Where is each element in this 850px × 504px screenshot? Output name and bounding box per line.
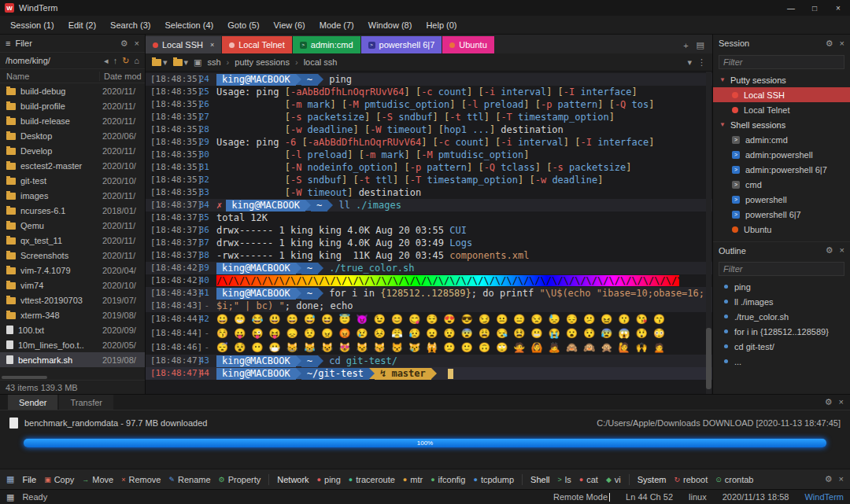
status-os[interactable]: linux	[689, 492, 707, 502]
menu-selection[interactable]: Selection (4)	[157, 16, 220, 34]
tool-move[interactable]: →Move	[82, 475, 113, 484]
session-item-cmd[interactable]: >cmd	[713, 177, 850, 192]
home-icon[interactable]: ⌂	[134, 56, 139, 65]
close-icon[interactable]: ×	[840, 245, 844, 256]
file-row-ncurses-6-1[interactable]: ncurses-6.12018/01/	[0, 203, 145, 218]
outline-item-ping[interactable]: ping	[713, 279, 850, 294]
horizontal-scrollbar[interactable]	[2, 376, 47, 379]
file-row-build-debug[interactable]: build-debug2020/11/	[0, 83, 145, 98]
session-item-local-telnet[interactable]: Local Telnet	[713, 102, 850, 117]
close-icon[interactable]: ×	[839, 397, 844, 407]
breadcrumb-item-putty-sessions[interactable]: putty sessions	[235, 57, 290, 67]
session-item-powershell[interactable]: >powershell	[713, 192, 850, 207]
menu-mode[interactable]: Mode (7)	[312, 16, 361, 34]
outline-item-ll-images[interactable]: ll ./images	[713, 294, 850, 309]
new-tab-icon[interactable]: +	[683, 41, 688, 50]
hamburger-icon[interactable]: ≡	[6, 39, 10, 48]
tab-powershell-6-7[interactable]: >powershell 6|7	[361, 36, 442, 53]
folder-open-icon[interactable]: ▾	[173, 57, 189, 68]
file-row-build-release[interactable]: build-release2020/11/	[0, 113, 145, 128]
file-row-git-test[interactable]: git-test2020/10/	[0, 173, 145, 188]
filer-path[interactable]: /home/king/	[6, 56, 99, 65]
file-row-100-txt[interactable]: 100.txt2020/09/	[0, 322, 145, 337]
outline-item-for-i-in-128512-128589[interactable]: for i in {128512..128589}	[713, 324, 850, 339]
file-row-vim74[interactable]: vim742020/10/	[0, 278, 145, 292]
tool-ls[interactable]: >ls	[558, 475, 571, 484]
close-icon[interactable]: ×	[839, 474, 844, 484]
file-row-vttest-20190703[interactable]: vttest-201907032019/07/	[0, 292, 145, 307]
tab-close-icon[interactable]: ×	[210, 41, 214, 49]
column-date-modified[interactable]: Date mod	[99, 72, 145, 81]
tab-local-telnet[interactable]: Local Telnet	[222, 36, 292, 53]
session-item-admin-powershell[interactable]: >admin:powershell	[713, 147, 850, 162]
gear-icon[interactable]: ⚙	[825, 474, 833, 484]
gear-icon[interactable]: ⚙	[120, 39, 128, 49]
expand-icon[interactable]: ▾	[687, 57, 692, 68]
menu-session[interactable]: Session (1)	[3, 16, 61, 34]
outline-item-[interactable]: ...	[713, 354, 850, 369]
tool-copy[interactable]: ▣Copy	[44, 475, 74, 484]
session-item-admin-cmd[interactable]: >admin:cmd	[713, 132, 850, 147]
tool-traceroute[interactable]: ●traceroute	[349, 475, 395, 484]
transfer-row[interactable]: benchmark_randomdata - 97.7 MB downloade…	[9, 418, 841, 429]
file-row-desktop[interactable]: Desktop2020/06/	[0, 128, 145, 143]
status-cursor-position[interactable]: Ln 44 Ch 52	[626, 492, 673, 502]
file-row-qemu[interactable]: Qemu2020/11/	[0, 218, 145, 233]
file-row-screenshots[interactable]: Screenshots2020/11/	[0, 248, 145, 263]
session-item-ubuntu[interactable]: Ubuntu	[713, 222, 850, 237]
tool-mtr[interactable]: ●mtr	[403, 475, 423, 484]
menu-help[interactable]: Help (0)	[419, 16, 464, 34]
refresh-icon[interactable]: ↻	[122, 56, 129, 66]
scrollbar-thumb[interactable]	[706, 328, 711, 389]
file-row-qx-test-11[interactable]: qx_test_112020/11/	[0, 233, 145, 248]
menu-window[interactable]: Window (8)	[361, 16, 419, 34]
tool-rename[interactable]: ✎Rename	[168, 475, 210, 484]
file-row-vim-7-4-1079[interactable]: vim-7.4.10792020/04/	[0, 263, 145, 278]
breadcrumb-item-local-ssh[interactable]: local ssh	[304, 57, 338, 67]
more-icon[interactable]: ⋮	[697, 57, 706, 68]
session-filter-input[interactable]	[719, 56, 844, 68]
up-icon[interactable]: ↑	[113, 56, 118, 65]
outline-item-true-color-sh[interactable]: ./true_color.sh	[713, 309, 850, 324]
tool-remove[interactable]: ×Remove	[121, 475, 161, 484]
file-row-xterm-348[interactable]: xterm-3482019/08/	[0, 307, 145, 322]
tool-reboot[interactable]: ↻reboot	[674, 475, 708, 484]
file-row-esctest2-master[interactable]: esctest2-master2020/10/	[0, 158, 145, 173]
session-item-admin-powershell-6-7[interactable]: >admin:powershell 6|7	[713, 162, 850, 177]
column-name[interactable]: Name	[0, 72, 99, 81]
session-item-powershell-6-7[interactable]: >powershell 6|7	[713, 207, 850, 222]
close-button[interactable]: ×	[826, 0, 850, 16]
tab-transfer[interactable]: Transfer	[59, 395, 113, 410]
tab-ubuntu[interactable]: Ubuntu	[442, 36, 493, 53]
grid-icon[interactable]: ▦	[6, 474, 14, 484]
gear-icon[interactable]: ⚙	[826, 39, 833, 49]
menu-edit[interactable]: Edit (2)	[61, 16, 103, 34]
file-row-10m-lines-foo-t[interactable]: 10m_lines_foo.t..2020/05/	[0, 337, 145, 352]
tab-local-ssh[interactable]: Local SSH×	[146, 36, 221, 53]
close-icon[interactable]: ×	[135, 39, 139, 49]
back-icon[interactable]: ◂	[104, 56, 109, 66]
tool-ifconfig[interactable]: ●ifconfig	[431, 475, 465, 484]
file-row-develop[interactable]: Develop2020/11/	[0, 143, 145, 158]
outline-filter-input[interactable]	[719, 263, 844, 275]
tree-group-shell-sessions[interactable]: ▼Shell sessions	[713, 117, 850, 132]
file-row-images[interactable]: images2020/11/	[0, 188, 145, 203]
session-item-local-ssh[interactable]: Local SSH	[713, 87, 850, 102]
file-row-build-profile[interactable]: build-profile2020/11/	[0, 98, 145, 113]
tool-property[interactable]: ⚙Property	[219, 475, 261, 484]
screen-icon[interactable]: ▣	[194, 57, 201, 68]
tool-crontab[interactable]: ⊙crontab	[715, 475, 753, 484]
menu-search[interactable]: Search (3)	[103, 16, 157, 34]
gear-icon[interactable]: ⚙	[826, 245, 833, 256]
tool-ping[interactable]: ●ping	[317, 475, 341, 484]
tab-list-icon[interactable]: ▤	[697, 40, 704, 50]
tool-tcpdump[interactable]: ●tcpdump	[473, 475, 514, 484]
gear-icon[interactable]: ⚙	[825, 397, 833, 407]
terminal[interactable]: [18:48:35]24king@MACBOOK~ ping[18:48:35]…	[146, 72, 712, 394]
close-icon[interactable]: ×	[840, 39, 844, 49]
tree-group-putty-sessions[interactable]: ▼Putty sessions	[713, 72, 850, 87]
tab-sender[interactable]: Sender	[8, 395, 57, 410]
minimize-button[interactable]: —	[779, 0, 803, 16]
folder-dropdown-icon[interactable]: ▾	[152, 57, 168, 68]
tool-cat[interactable]: ●cat	[579, 475, 598, 484]
